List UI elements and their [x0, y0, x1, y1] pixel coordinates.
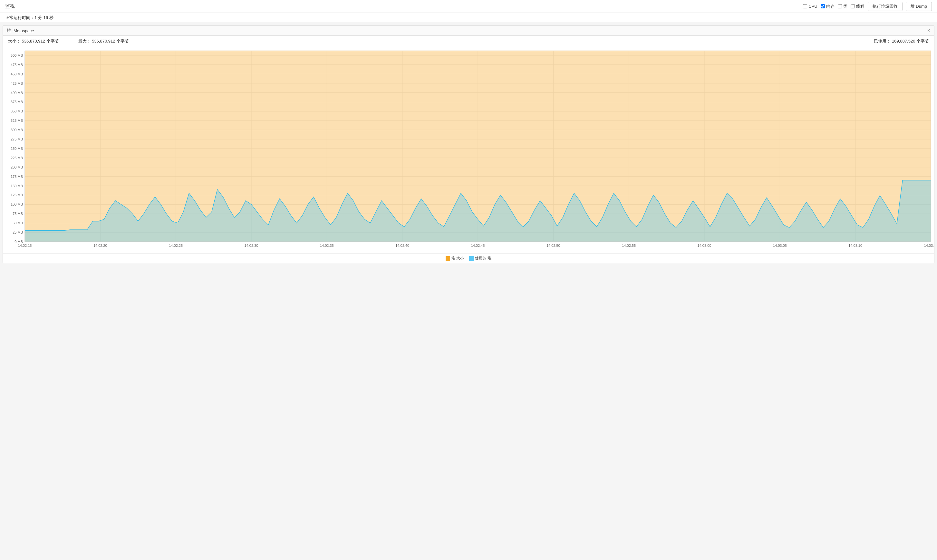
cpu-checkbox-group[interactable]: CPU: [803, 4, 817, 9]
class-label: 类: [843, 3, 848, 9]
svg-text:14:02:30: 14:02:30: [245, 244, 258, 248]
heap-size-legend-label: 堆 大小: [451, 255, 464, 261]
svg-text:14:02:35: 14:02:35: [320, 244, 334, 248]
heap-tab-label[interactable]: 堆: [7, 28, 11, 34]
stats-bar: 大小： 536,870,912 个字节 最大： 536,870,912 个字节 …: [3, 36, 934, 47]
svg-text:425 MB: 425 MB: [11, 82, 23, 85]
max-stat: 最大： 536,870,912 个字节: [78, 38, 129, 44]
uptime-text: 正常运行时间：1 分 16 秒: [5, 15, 54, 20]
used-heap-swatch: [469, 256, 474, 261]
chart-container: 0 MB25 MB50 MB75 MB100 MB125 MB150 MB175…: [3, 47, 934, 253]
svg-text:14:03:15: 14:03:15: [924, 244, 934, 248]
gc-button[interactable]: 执行垃圾回收: [868, 2, 903, 11]
toolbar-right: CPU 内存 类 线程 执行垃圾回收 堆 Dump: [803, 2, 932, 11]
svg-text:400 MB: 400 MB: [11, 91, 23, 95]
svg-text:200 MB: 200 MB: [11, 165, 23, 169]
memory-panel: 堆 Metaspace × 大小： 536,870,912 个字节 最大： 53…: [3, 25, 934, 263]
legend-used-heap: 使用的 堆: [469, 255, 491, 261]
svg-text:14:02:45: 14:02:45: [471, 244, 485, 248]
svg-text:75 MB: 75 MB: [12, 212, 23, 215]
class-checkbox-group[interactable]: 类: [838, 3, 848, 9]
svg-text:275 MB: 275 MB: [11, 137, 23, 141]
legend-heap-size: 堆 大小: [446, 255, 464, 261]
memory-checkbox-group[interactable]: 内存: [821, 3, 834, 9]
svg-text:14:03:00: 14:03:00: [698, 244, 711, 248]
svg-text:14:02:55: 14:02:55: [622, 244, 636, 248]
svg-text:450 MB: 450 MB: [11, 72, 23, 76]
svg-text:500 MB: 500 MB: [11, 54, 23, 57]
svg-text:14:03:05: 14:03:05: [773, 244, 787, 248]
svg-text:125 MB: 125 MB: [11, 193, 23, 197]
memory-checkbox[interactable]: [821, 4, 825, 8]
svg-text:250 MB: 250 MB: [11, 147, 23, 151]
panel-close-button[interactable]: ×: [927, 28, 930, 33]
svg-text:14:02:15: 14:02:15: [18, 244, 32, 248]
thread-label: 线程: [856, 3, 865, 9]
thread-checkbox-group[interactable]: 线程: [851, 3, 865, 9]
class-checkbox[interactable]: [838, 4, 842, 8]
svg-text:100 MB: 100 MB: [11, 202, 23, 206]
chart-legend: 堆 大小 使用的 堆: [3, 253, 934, 263]
heap-size-swatch: [446, 256, 450, 261]
uptime-bar: 正常运行时间：1 分 16 秒: [0, 13, 937, 23]
svg-text:14:02:40: 14:02:40: [395, 244, 409, 248]
svg-text:25 MB: 25 MB: [12, 231, 23, 234]
svg-text:175 MB: 175 MB: [11, 175, 23, 178]
svg-text:14:03:10: 14:03:10: [848, 244, 862, 248]
memory-label: 内存: [826, 3, 834, 9]
svg-text:300 MB: 300 MB: [11, 128, 23, 132]
app-title: 监视: [5, 3, 15, 9]
cpu-checkbox[interactable]: [803, 4, 807, 8]
svg-text:0 MB: 0 MB: [14, 240, 23, 244]
memory-chart: 0 MB25 MB50 MB75 MB100 MB125 MB150 MB175…: [3, 47, 934, 253]
size-stat: 大小： 536,870,912 个字节: [8, 38, 59, 44]
heap-dump-button[interactable]: 堆 Dump: [906, 2, 932, 11]
svg-text:350 MB: 350 MB: [11, 109, 23, 113]
svg-text:325 MB: 325 MB: [11, 118, 23, 122]
metaspace-tab-label[interactable]: Metaspace: [14, 28, 34, 33]
thread-checkbox[interactable]: [851, 4, 855, 8]
svg-text:225 MB: 225 MB: [11, 156, 23, 160]
top-bar: 监视 CPU 内存 类 线程 执行垃圾回收 堆 Dump: [0, 0, 937, 13]
svg-text:375 MB: 375 MB: [11, 100, 23, 104]
used-stat: 已使用： 169,887,520 个字节: [874, 38, 929, 44]
svg-text:475 MB: 475 MB: [11, 63, 23, 67]
svg-text:50 MB: 50 MB: [12, 221, 23, 225]
svg-text:150 MB: 150 MB: [11, 184, 23, 188]
svg-text:14:02:25: 14:02:25: [169, 244, 183, 248]
used-heap-legend-label: 使用的 堆: [475, 255, 491, 261]
svg-text:14:02:50: 14:02:50: [546, 244, 560, 248]
panel-header: 堆 Metaspace ×: [3, 26, 934, 36]
cpu-label: CPU: [808, 4, 817, 9]
svg-text:14:02:20: 14:02:20: [94, 244, 107, 248]
